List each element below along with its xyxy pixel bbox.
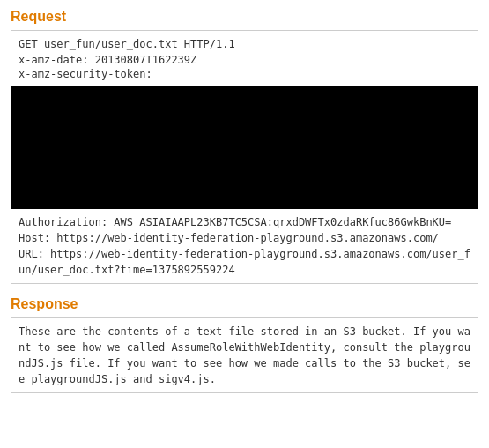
response-section: Response These are the contents of a tex… [11,296,478,393]
request-title: Request [11,9,478,25]
request-line-3: x-amz-security-token: [19,68,470,80]
request-url-line: URL: https://web-identity-federation-pla… [19,246,470,278]
response-title: Response [11,296,478,312]
request-bottom: Authorization: AWS ASIAIAAPL23KB7TC5CSA:… [11,209,478,283]
security-token-label: x-amz-security-token: [19,68,152,80]
request-box: GET user_fun/user_doc.txt HTTP/1.1 x-amz… [11,30,478,284]
request-top: GET user_fun/user_doc.txt HTTP/1.1 x-amz… [11,31,478,86]
request-auth-line: Authorization: AWS ASIAIAAPL23KB7TC5CSA:… [19,214,470,230]
request-section: Request GET user_fun/user_doc.txt HTTP/1… [11,9,478,284]
request-line-2: x-amz-date: 20130807T162239Z [19,52,470,68]
request-line-1: GET user_fun/user_doc.txt HTTP/1.1 [19,36,470,52]
response-box: These are the contents of a text file st… [11,317,478,393]
response-text: These are the contents of a text file st… [19,324,470,387]
request-host-line: Host: https://web-identity-federation-pl… [19,230,470,246]
black-redacted-block [11,86,478,209]
